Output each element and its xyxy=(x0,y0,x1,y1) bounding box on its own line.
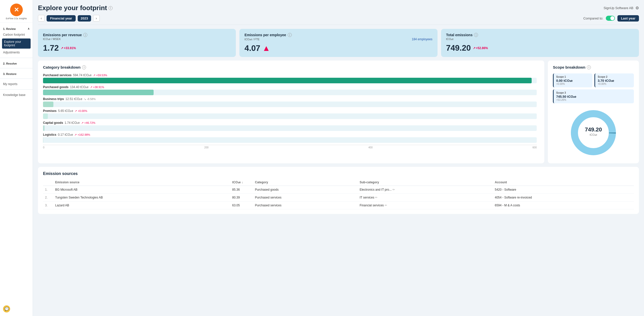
sidebar-item-explore[interactable]: Explore your footprint xyxy=(2,38,31,49)
next-year-button[interactable]: › xyxy=(93,15,100,22)
metric-card-total: Total emissions i tCO₂e 749.20 ↗ +52.86% xyxy=(441,29,639,57)
col-subcategory: Sub-category xyxy=(358,179,493,186)
sidebar-nav: 1. Review ∧ Carbon footprint Explore you… xyxy=(0,23,33,303)
prev-year-button[interactable]: ‹ xyxy=(38,15,45,22)
bar-business-trips: Business trips 12.51 tCO₂e ↘ -8.58% xyxy=(43,97,537,107)
metrics-row: Emissions per revenue i tCO₂e / MSEK 1.7… xyxy=(38,29,639,57)
sidebar-section-restore[interactable]: 3. Restore xyxy=(0,70,33,76)
edit-icon-0[interactable]: ✏ xyxy=(392,188,395,191)
emission-sources-title: Emission sources xyxy=(43,171,634,176)
table-header: Emission source tCO₂e ↓ Category Sub-cat… xyxy=(43,179,634,186)
scope-3-item: Scope 3 745.50 tCO₂e +53.26% xyxy=(553,89,634,103)
edit-icon-2[interactable]: ✏ xyxy=(385,204,387,207)
employee-info-icon[interactable]: i xyxy=(288,33,292,37)
chart-axis: 0 200 400 600 xyxy=(43,145,537,149)
col-category: Category xyxy=(253,179,358,186)
revenue-info-icon[interactable]: i xyxy=(83,33,87,37)
bar-purchased-services: Purchased services 594.74 tCO₂e ↗ +59.53… xyxy=(43,73,537,83)
table-body: 1. BG Microsoft AB 85.36 Purchased goods… xyxy=(43,186,634,209)
last-year-button[interactable]: Last year xyxy=(617,15,639,22)
title-info-icon[interactable]: i xyxy=(109,6,113,10)
main-header: Explore your footprint i SignUp Software… xyxy=(38,4,639,12)
sidebar-bottom: 💬 xyxy=(0,303,33,316)
col-account: Account xyxy=(493,179,634,186)
main-content: Explore your footprint i SignUp Software… xyxy=(33,0,644,316)
donut-chart: 749.20 tCO₂e xyxy=(553,107,634,159)
emission-sources-section: Emission sources Emission source tCO₂e ↓… xyxy=(38,167,639,214)
bar-purchased-goods: Purchased goods 134.40 tCO₂e ↗ +38.91% xyxy=(43,85,537,95)
logo-area: ✕ ExFlow CO₂ Insights xyxy=(0,0,33,23)
col-tco2e[interactable]: tCO₂e ↓ xyxy=(230,179,253,186)
revenue-value: 1.72 ↗ +33.91% xyxy=(43,43,231,53)
table-row: 1. BG Microsoft AB 85.36 Purchased goods… xyxy=(43,186,634,194)
financial-year-tab[interactable]: Financial year xyxy=(47,15,76,22)
sidebar-item-my-reports[interactable]: My reports xyxy=(0,81,33,87)
svg-text:tCO₂e: tCO₂e xyxy=(590,133,597,136)
total-info-icon[interactable]: i xyxy=(474,33,478,37)
employees-link[interactable]: 184 employees xyxy=(412,37,432,41)
sidebar-item-adjustments[interactable]: Adjustments xyxy=(0,49,33,56)
total-change: ↗ +52.86% xyxy=(473,46,488,50)
donut-svg: 749.20 tCO₂e xyxy=(568,107,619,158)
compared-to-section: Compared to: Last year xyxy=(583,15,639,22)
metric-card-revenue: Emissions per revenue i tCO₂e / MSEK 1.7… xyxy=(38,29,236,57)
col-num xyxy=(43,179,53,186)
category-info-icon[interactable]: i xyxy=(82,65,86,69)
table-row: 2. Tungsten Sweden Technologies AB 80.39… xyxy=(43,194,634,202)
bars-container: Purchased services 594.74 tCO₂e ↗ +59.53… xyxy=(43,73,539,149)
revenue-change: ↗ +33.91% xyxy=(61,46,76,50)
year-nav: ‹ Financial year 2023 › Compared to: Las… xyxy=(38,15,639,25)
bar-capital-goods: Capital goods 1.74 tCO₂e ↗ +46.72% xyxy=(43,121,537,131)
sidebar-section-review[interactable]: 1. Review ∧ xyxy=(0,25,33,31)
bar-logistics: Logistics 0.17 tCO₂e ↗ +162.98% xyxy=(43,133,537,143)
scope-grid: Scope 1 0.00 tCO₂e +0.00% Scope 2 3.70 t… xyxy=(553,73,634,103)
emission-sources-table: Emission source tCO₂e ↓ Category Sub-cat… xyxy=(43,179,634,209)
sidebar-section-resolve[interactable]: 2. Resolve xyxy=(0,60,33,66)
scope-2-item: Scope 2 3.70 tCO₂e +0.00% xyxy=(594,73,634,87)
edit-icon-1[interactable]: ✏ xyxy=(375,196,378,199)
total-value: 749.20 ↗ +52.86% xyxy=(446,43,634,53)
page-title: Explore your footprint i xyxy=(38,4,113,12)
logo-text: ExFlow CO₂ Insights xyxy=(6,17,27,20)
svg-point-1 xyxy=(574,114,612,152)
scope-1-item: Scope 1 0.00 tCO₂e +0.00% xyxy=(553,73,592,87)
compare-toggle[interactable] xyxy=(606,16,615,21)
sidebar: ✕ ExFlow CO₂ Insights 1. Review ∧ Carbon… xyxy=(0,0,33,316)
year-selector[interactable]: 2023 xyxy=(78,15,91,22)
svg-text:749.20: 749.20 xyxy=(585,126,602,133)
header-user: SignUp Software AB ⚙ xyxy=(604,6,639,10)
scope-info-icon[interactable]: i xyxy=(587,65,591,69)
sidebar-item-knowledge-base[interactable]: Knowledge base xyxy=(0,92,33,98)
employee-value: 4.07 ▲ xyxy=(244,44,432,53)
table-row: 3. Lazard AB 63.05 Purchased services Fi… xyxy=(43,202,634,209)
logo-icon: ✕ xyxy=(10,4,23,16)
scope-breakdown-card: Scope breakdown i Scope 1 0.00 tCO₂e +0.… xyxy=(548,61,639,163)
metric-card-employee: Emissions per employee i tCO₂e / FTE 184… xyxy=(239,29,437,57)
bar-premises: Premises 5.65 tCO₂e ↗ +0.00% xyxy=(43,109,537,119)
col-source[interactable]: Emission source xyxy=(53,179,230,186)
bottom-row: Category breakdown i Purchased services … xyxy=(38,61,639,163)
category-breakdown-card: Category breakdown i Purchased services … xyxy=(38,61,544,163)
settings-icon[interactable]: ⚙ xyxy=(635,6,639,10)
sidebar-item-carbon[interactable]: Carbon footprint xyxy=(0,31,33,38)
feedback-button[interactable]: 💬 xyxy=(3,305,10,312)
